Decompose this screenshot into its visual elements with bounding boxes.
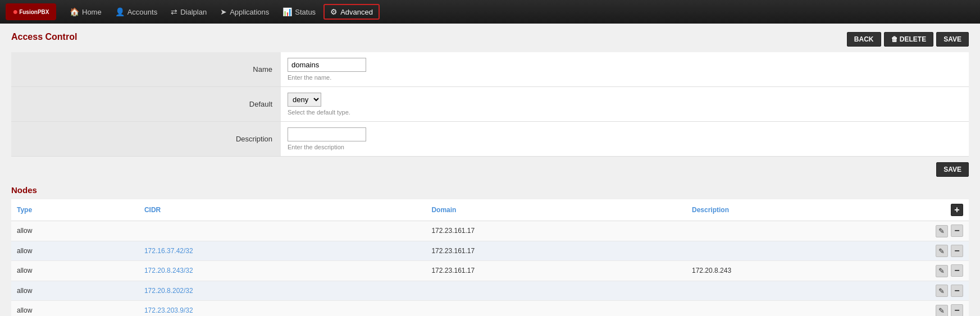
- add-node-button-top[interactable]: +: [951, 204, 963, 216]
- brand: ● FusionPBX: [6, 3, 56, 20]
- remove-node-button[interactable]: −: [951, 225, 963, 237]
- table-row: allow 172.23.161.17 ✎ −: [11, 221, 969, 241]
- node-actions: ✎ −: [929, 221, 969, 241]
- home-icon: 🏠: [70, 7, 79, 16]
- page-title: Access Control: [11, 32, 969, 42]
- node-cidr: 172.23.203.9/32: [139, 301, 426, 317]
- col-description: Description: [686, 199, 929, 221]
- form-row-description: Description Enter the description: [11, 122, 969, 157]
- node-domain: [426, 301, 686, 317]
- nav-applications[interactable]: ➤ Applications: [215, 5, 275, 19]
- default-select[interactable]: deny allow: [288, 93, 321, 107]
- edit-node-button[interactable]: ✎: [936, 245, 948, 257]
- nav-status[interactable]: 📊 Status: [277, 5, 321, 19]
- node-cidr: [139, 221, 426, 241]
- node-description: 172.20.8.243: [686, 261, 929, 281]
- name-cell: Enter the name.: [281, 52, 969, 87]
- nodes-header: Type CIDR Domain Description +: [11, 199, 969, 221]
- edit-node-button[interactable]: ✎: [936, 265, 948, 277]
- col-type: Type: [11, 199, 139, 221]
- back-button[interactable]: BACK: [847, 32, 881, 47]
- node-description: [686, 241, 929, 261]
- nav-accounts[interactable]: 👤 Accounts: [110, 5, 163, 19]
- table-row: allow 172.23.203.9/32 ✎ −: [11, 301, 969, 317]
- node-actions: ✎ −: [929, 241, 969, 261]
- node-type: allow: [11, 281, 139, 301]
- applications-icon: ➤: [220, 7, 227, 16]
- form-table: Name Enter the name. Default deny allow …: [11, 52, 969, 157]
- node-type: allow: [11, 301, 139, 317]
- node-actions: ✎ −: [929, 301, 969, 317]
- node-domain: 172.23.161.17: [426, 261, 686, 281]
- default-hint: Select the default type.: [288, 109, 962, 116]
- advanced-icon: ⚙: [330, 7, 338, 16]
- node-cidr: 172.16.37.42/32: [139, 241, 426, 261]
- nodes-title: Nodes: [11, 185, 969, 195]
- node-description: [686, 301, 929, 317]
- node-domain: 172.23.161.17: [426, 241, 686, 261]
- remove-node-button[interactable]: −: [951, 245, 963, 257]
- edit-node-button[interactable]: ✎: [936, 285, 948, 297]
- remove-node-button[interactable]: −: [951, 304, 963, 316]
- form-row-default: Default deny allow Select the default ty…: [11, 87, 969, 122]
- logo: ● FusionPBX: [6, 3, 56, 20]
- delete-button[interactable]: 🗑 DELETE: [884, 32, 934, 47]
- node-domain: 172.23.161.17: [426, 221, 686, 241]
- default-cell: deny allow Select the default type.: [281, 87, 969, 122]
- edit-node-button[interactable]: ✎: [936, 225, 948, 237]
- accounts-icon: 👤: [115, 7, 125, 16]
- default-label: Default: [11, 87, 281, 122]
- table-row: allow 172.20.8.202/32 ✎ −: [11, 281, 969, 301]
- node-domain: [426, 281, 686, 301]
- table-row: allow 172.20.8.243/32 172.23.161.17 172.…: [11, 261, 969, 281]
- node-cidr: 172.20.8.202/32: [139, 281, 426, 301]
- nav-advanced[interactable]: ⚙ Advanced: [323, 4, 380, 20]
- save-button-mid[interactable]: SAVE: [936, 162, 969, 177]
- nodes-table: Type CIDR Domain Description + allow 172…: [11, 199, 969, 316]
- save-button-top[interactable]: SAVE: [936, 32, 969, 47]
- top-actions: BACK 🗑 DELETE SAVE: [847, 32, 969, 47]
- status-icon: 📊: [282, 7, 292, 16]
- navbar: ● FusionPBX 🏠 Home 👤 Accounts ⇄ Dialplan…: [0, 0, 980, 24]
- node-description: [686, 281, 929, 301]
- edit-node-button[interactable]: ✎: [936, 305, 948, 317]
- node-actions: ✎ −: [929, 281, 969, 301]
- remove-node-button[interactable]: −: [951, 264, 963, 277]
- trash-icon: 🗑: [891, 35, 898, 43]
- remove-node-button[interactable]: −: [951, 285, 963, 297]
- table-row: allow 172.16.37.42/32 172.23.161.17 ✎ −: [11, 241, 969, 261]
- node-description: [686, 221, 929, 241]
- node-actions: ✎ −: [929, 261, 969, 281]
- description-label: Description: [11, 122, 281, 157]
- save-row: SAVE: [11, 162, 969, 177]
- node-type: allow: [11, 261, 139, 281]
- node-cidr: 172.20.8.243/32: [139, 261, 426, 281]
- col-actions: +: [929, 199, 969, 221]
- main-content: BACK 🗑 DELETE SAVE Access Control Name E…: [0, 24, 980, 316]
- top-bar: BACK 🗑 DELETE SAVE Access Control: [11, 32, 969, 52]
- name-input[interactable]: [288, 58, 366, 72]
- name-hint: Enter the name.: [288, 74, 962, 81]
- form-row-name: Name Enter the name.: [11, 52, 969, 87]
- description-hint: Enter the description: [288, 144, 962, 150]
- node-type: allow: [11, 221, 139, 241]
- description-cell: Enter the description: [281, 122, 969, 157]
- description-input[interactable]: [288, 127, 366, 141]
- nav-dialplan[interactable]: ⇄ Dialplan: [165, 5, 212, 19]
- name-label: Name: [11, 52, 281, 87]
- node-type: allow: [11, 241, 139, 261]
- nav-home[interactable]: 🏠 Home: [64, 5, 107, 19]
- col-domain: Domain: [426, 199, 686, 221]
- dialplan-icon: ⇄: [171, 7, 177, 16]
- col-cidr: CIDR: [139, 199, 426, 221]
